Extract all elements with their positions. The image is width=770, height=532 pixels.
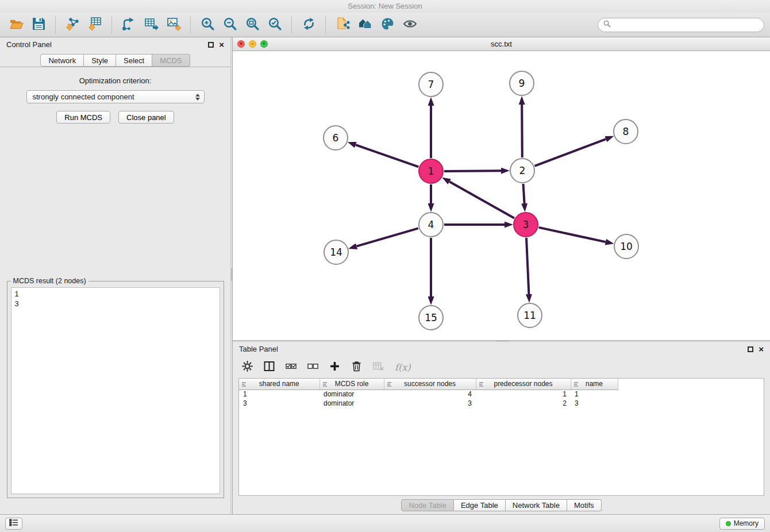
graph-edge-4-14[interactable]: [357, 228, 418, 246]
close-panel-button[interactable]: Close panel: [118, 111, 174, 124]
node-table: shared name MCDS role successor nodes: [239, 379, 764, 408]
float-panel-icon[interactable]: [748, 346, 753, 352]
tab-style[interactable]: Style: [84, 54, 116, 67]
column-header-name[interactable]: name: [571, 379, 618, 390]
delete-row-button[interactable]: [351, 361, 362, 373]
zoom-selected-icon: [268, 17, 282, 33]
run-mcds-button[interactable]: Run MCDS: [56, 111, 110, 124]
vertical-splitter[interactable]: [230, 37, 233, 514]
network-graph[interactable]: 7968124314101511: [233, 51, 770, 340]
add-row-button[interactable]: [329, 361, 340, 373]
column-header-successor-nodes[interactable]: successor nodes: [384, 379, 476, 390]
zoom-out-button[interactable]: [220, 15, 240, 34]
export-table-button[interactable]: [141, 15, 161, 34]
graph-edge-3-11[interactable]: [526, 238, 529, 294]
column-header-predecessor-nodes[interactable]: predecessor nodes: [476, 379, 571, 390]
home-icon: [358, 17, 372, 33]
delete-table-icon: [373, 361, 384, 373]
close-panel-icon[interactable]: ×: [219, 40, 224, 49]
deselect-all-columns-button[interactable]: [307, 361, 318, 373]
toolbar-separator: [190, 16, 191, 34]
zoom-in-button[interactable]: [197, 15, 218, 34]
minimize-window-icon[interactable]: −: [249, 40, 256, 48]
zoom-out-icon: [223, 17, 237, 33]
global-search[interactable]: [598, 18, 764, 32]
node-table-container: shared name MCDS role successor nodes: [238, 378, 764, 496]
criterion-select[interactable]: strongly connected component: [26, 90, 205, 103]
export-network-button[interactable]: [118, 15, 139, 34]
show-panel-list-button[interactable]: [5, 518, 22, 530]
zoom-fit-icon: [245, 17, 260, 33]
save-session-button[interactable]: [28, 15, 49, 34]
toolbar-separator: [111, 16, 112, 34]
table-panel-header: Table Panel ×: [233, 342, 770, 356]
cell-shared-name[interactable]: 3: [239, 399, 319, 408]
close-window-icon[interactable]: ×: [237, 40, 245, 48]
tab-edge-table[interactable]: Edge Table: [454, 499, 506, 511]
cell-mcds-role[interactable]: dominator: [319, 390, 384, 399]
tab-network[interactable]: Network: [40, 54, 84, 67]
graph-edge-1-6[interactable]: [356, 145, 418, 167]
import-network-button[interactable]: [62, 15, 83, 34]
export-network-icon: [122, 17, 136, 33]
control-panel: Control Panel × Network Style Select MCD…: [0, 37, 230, 514]
export-image-icon: [167, 17, 181, 33]
tab-select[interactable]: Select: [116, 54, 152, 67]
import-table-button[interactable]: [84, 15, 105, 34]
table-header-row: shared name MCDS role successor nodes: [239, 379, 764, 390]
column-header-shared-name[interactable]: shared name: [239, 379, 319, 390]
control-panel-tabs: Network Style Select MCDS: [0, 52, 230, 67]
table-row[interactable]: 3 dominator 3 2 3: [239, 399, 764, 408]
zoom-window-icon[interactable]: +: [260, 40, 268, 48]
table-settings-button[interactable]: [242, 361, 253, 373]
graph-node-label: 6: [333, 132, 339, 144]
window-controls: × − +: [237, 37, 268, 51]
graph-edge-3-10[interactable]: [539, 228, 606, 242]
cell-predecessor-nodes[interactable]: 2: [476, 399, 571, 408]
mcds-result-text[interactable]: 1 3: [11, 287, 220, 494]
tab-node-table[interactable]: Node Table: [401, 499, 454, 511]
trash-icon: [351, 361, 362, 373]
column-header-mcds-role[interactable]: MCDS role: [319, 379, 384, 390]
cell-predecessor-nodes[interactable]: 1: [476, 390, 571, 399]
column-visibility-button[interactable]: [264, 361, 275, 373]
graph-edge-3-1[interactable]: [449, 182, 514, 218]
copy-network-button[interactable]: [332, 15, 353, 34]
search-input[interactable]: [614, 21, 759, 29]
apply-style-button[interactable]: [377, 15, 398, 34]
table-row[interactable]: 1 dominator 4 1 1: [239, 390, 764, 399]
style-palette-icon: [380, 17, 395, 33]
zoom-fit-button[interactable]: [242, 15, 263, 34]
export-image-button[interactable]: [163, 15, 184, 34]
graph-edge-1-2[interactable]: [444, 171, 501, 171]
tab-network-table[interactable]: Network Table: [506, 499, 567, 511]
zoom-in-icon: [201, 17, 215, 33]
graph-edge-2-9[interactable]: [522, 105, 522, 157]
cell-shared-name[interactable]: 1: [239, 390, 319, 399]
graph-edge-2-8[interactable]: [535, 139, 606, 166]
graph-node-label: 9: [519, 78, 525, 89]
cell-successor-nodes[interactable]: 4: [384, 390, 476, 399]
tab-mcds[interactable]: MCDS: [152, 54, 190, 67]
cell-mcds-role[interactable]: dominator: [319, 399, 384, 408]
cell-name[interactable]: 3: [571, 399, 618, 408]
show-graphics-details-button[interactable]: [399, 15, 420, 34]
tab-motifs[interactable]: Motifs: [567, 499, 602, 511]
memory-label: Memory: [734, 519, 759, 527]
open-file-button[interactable]: [6, 15, 26, 34]
import-table-icon: [88, 17, 102, 33]
select-all-columns-button[interactable]: [286, 361, 297, 373]
network-canvas[interactable]: 7968124314101511: [233, 51, 770, 340]
close-panel-icon[interactable]: ×: [759, 345, 764, 353]
cell-name[interactable]: 1: [571, 390, 618, 399]
apply-layout-button[interactable]: [298, 15, 319, 34]
zoom-selected-button[interactable]: [264, 15, 285, 34]
mcds-buttons: Run MCDS Close panel: [56, 111, 174, 124]
cell-successor-nodes[interactable]: 3: [384, 399, 476, 408]
horizontal-splitter[interactable]: [233, 340, 770, 342]
memory-button[interactable]: Memory: [719, 518, 765, 530]
show-welcome-button[interactable]: [355, 15, 375, 34]
float-panel-icon[interactable]: [208, 42, 214, 48]
plus-icon: [329, 361, 340, 373]
graph-edge-2-3[interactable]: [523, 184, 525, 203]
